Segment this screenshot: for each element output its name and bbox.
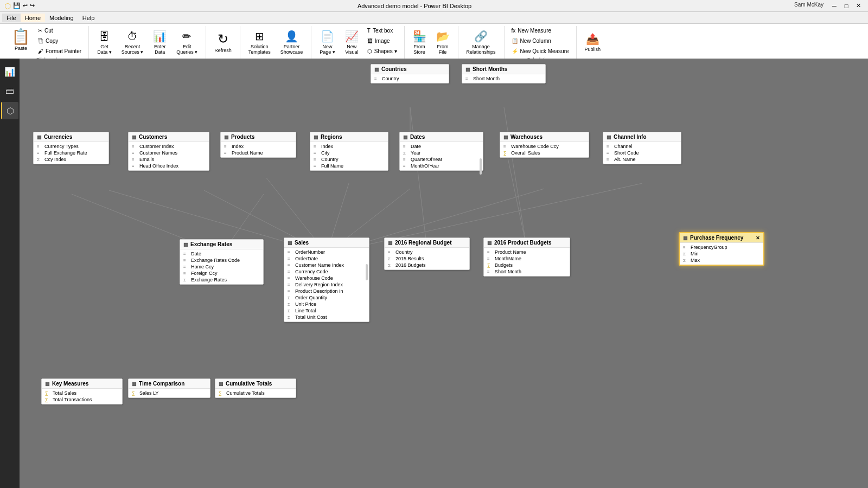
model-view-icon[interactable]: ⬡ <box>1 102 18 119</box>
table-field[interactable]: ≡MonthOfYear <box>400 163 483 169</box>
table-field[interactable]: ≡OrderDate <box>284 255 369 262</box>
table-card-key-measures[interactable]: ▦Key Measures∑Total Sales∑Total Transact… <box>41 378 123 404</box>
table-field[interactable]: ≡Country <box>385 249 469 255</box>
scrollbar[interactable] <box>480 158 482 175</box>
cut-button[interactable]: ✂Cut <box>35 26 84 35</box>
table-field[interactable]: ≡Product Description In <box>284 288 369 294</box>
table-field[interactable]: ≡Warehouse Code <box>284 275 369 281</box>
table-field[interactable]: ≡Home Ccy <box>180 264 263 270</box>
get-data-button[interactable]: 🗄 GetData ▾ <box>93 26 116 59</box>
data-view-icon[interactable]: 🗃 <box>1 82 18 100</box>
from-store-button[interactable]: 🏪 FromStore <box>409 26 430 59</box>
scrollbar[interactable] <box>366 264 368 280</box>
table-card-currencies[interactable]: ▦Currencies≡Currency Types≡Full Exchange… <box>33 132 109 164</box>
table-field[interactable]: ≡Index <box>310 143 388 150</box>
table-field[interactable]: ≡Date <box>400 143 483 150</box>
table-field[interactable]: ≡Product Name <box>221 150 296 156</box>
publish-button[interactable]: 📤 Publish <box>581 26 605 59</box>
new-column-button[interactable]: 📋New Column <box>509 36 572 46</box>
paste-button[interactable]: 📋 Paste <box>9 26 33 53</box>
table-field[interactable]: ∑Sales LY <box>129 390 210 396</box>
table-field[interactable]: ≡Warehouse Code Ccy <box>500 143 589 150</box>
menu-modeling[interactable]: Modeling <box>45 14 78 22</box>
table-field[interactable]: ≡Channel <box>603 143 681 150</box>
menu-home[interactable]: Home <box>21 14 45 22</box>
table-card-time-comparison[interactable]: ▦Time Comparison∑Sales LY <box>128 378 210 398</box>
manage-relationships-button[interactable]: 🔗 ManageRelationships <box>463 26 500 59</box>
close-button[interactable]: ✕ <box>853 2 864 10</box>
table-field[interactable]: ≡Foreign Ccy <box>180 270 263 277</box>
edit-queries-button[interactable]: ✏ EditQueries ▾ <box>173 26 201 59</box>
table-field[interactable]: ΣOrder Quantity <box>284 294 369 301</box>
partner-showcase-button[interactable]: 👤 PartnerShowcase <box>277 26 307 59</box>
table-field[interactable]: ≡Full Exchange Rate <box>34 150 108 156</box>
table-field[interactable]: ΣCcy Index <box>34 156 108 163</box>
table-field[interactable]: ≡Customer Names <box>129 150 209 156</box>
new-page-button[interactable]: 📄 NewPage ▾ <box>316 26 339 59</box>
new-quick-measure-button[interactable]: ⚡New Quick Measure <box>509 47 572 56</box>
table-card-2016-regional-budget[interactable]: ▦2016 Regional Budget≡CountryΣ2015 Resul… <box>384 237 470 270</box>
table-field[interactable]: ≡FrequencyGroup <box>680 244 763 251</box>
table-field[interactable]: ∑Overall Sales <box>500 150 589 156</box>
quick-access-undo[interactable]: ↩ <box>23 2 28 9</box>
table-field[interactable]: ∑Total Transactions <box>42 396 122 403</box>
table-card-regions[interactable]: ▦Regions≡Index≡City≡Country≡Full Name <box>310 132 388 171</box>
table-field[interactable]: ΣLine Total <box>284 307 369 314</box>
table-field[interactable]: ≡Short Code <box>603 150 681 156</box>
table-card-products[interactable]: ▦Products≡Index≡Product Name <box>220 132 296 158</box>
table-card-customers[interactable]: ▦Customers≡Customer Index≡Customer Names… <box>128 132 209 171</box>
table-field[interactable]: ≡Currency Types <box>34 143 108 150</box>
table-field[interactable]: ≡Country <box>310 156 388 163</box>
table-field[interactable]: ≡Currency Code <box>284 268 369 275</box>
table-field[interactable]: ≡City <box>310 150 388 156</box>
minimize-button[interactable]: ─ <box>829 2 840 10</box>
menu-help[interactable]: Help <box>78 14 99 22</box>
table-field[interactable]: ≡Head Office Index <box>129 163 209 169</box>
table-card-2016-product-budgets[interactable]: ▦2016 Product Budgets≡Product Name≡Month… <box>483 237 570 277</box>
new-measure-button[interactable]: fxNew Measure <box>509 26 572 35</box>
table-card-channel-info[interactable]: ▦Channel Info≡Channel≡Short Code≡Alt. Na… <box>603 132 681 164</box>
table-field[interactable]: ≡Country <box>371 75 449 82</box>
table-field[interactable]: ΣExchange Rates <box>180 277 263 283</box>
solution-templates-button[interactable]: ⊞ SolutionTemplates <box>245 26 275 59</box>
table-field[interactable]: Σ2015 Results <box>385 255 469 262</box>
table-card-dates[interactable]: ▦Dates≡DateΣYear≡QuarterOfYear≡MonthOfYe… <box>399 132 483 171</box>
recent-sources-button[interactable]: ⏱ RecentSources ▾ <box>118 26 148 59</box>
table-field[interactable]: ∑Cumulative Totals <box>215 390 296 396</box>
new-visual-button[interactable]: 📈 NewVisual <box>341 26 362 59</box>
table-field[interactable]: ≡Customer Index <box>129 143 209 150</box>
table-card-warehouses[interactable]: ▦Warehouses≡Warehouse Code Ccy∑Overall S… <box>500 132 589 158</box>
table-field[interactable]: ≡Exchange Rates Code <box>180 257 263 264</box>
menu-file[interactable]: File <box>2 14 21 22</box>
report-view-icon[interactable]: 📊 <box>1 63 18 80</box>
table-field[interactable]: ≡Index <box>221 143 296 150</box>
table-field[interactable]: ≡OrderNumber <box>284 249 369 255</box>
table-field[interactable]: ≡Alt. Name <box>603 156 681 163</box>
image-button[interactable]: 🖼Image <box>365 36 400 46</box>
table-field[interactable]: ∑Budgets <box>484 262 570 268</box>
table-field[interactable]: ≡Full Name <box>310 163 388 169</box>
table-close-button[interactable]: ✕ <box>756 235 760 241</box>
table-card-sales[interactable]: ▦Sales≡OrderNumber≡OrderDate≡Customer Na… <box>284 237 369 322</box>
maximize-button[interactable]: □ <box>841 2 852 10</box>
table-field[interactable]: ≡Date <box>180 251 263 257</box>
table-field[interactable]: ≡Short Month <box>462 75 545 82</box>
format-painter-button[interactable]: 🖌Format Painter <box>35 47 84 56</box>
table-field[interactable]: ≡Delivery Region Index <box>284 281 369 288</box>
table-field[interactable]: ΣMax <box>680 257 763 264</box>
copy-button[interactable]: ⿻Copy <box>35 36 84 46</box>
table-field[interactable]: ≡QuarterOfYear <box>400 156 483 163</box>
table-field[interactable]: ΣTotal Unit Cost <box>284 314 369 320</box>
quick-access-save[interactable]: 💾 <box>13 2 21 9</box>
from-file-button[interactable]: 📂 FromFile <box>432 26 454 59</box>
table-card-short-months[interactable]: ▦Short Months≡Short Month <box>462 64 546 84</box>
table-card-cumulative-totals[interactable]: ▦Cumulative Totals∑Cumulative Totals <box>215 378 296 398</box>
text-box-button[interactable]: TText box <box>365 26 400 35</box>
table-field[interactable]: ΣMin <box>680 251 763 257</box>
table-card-exchange-rates[interactable]: ▦Exchange Rates≡Date≡Exchange Rates Code… <box>180 239 264 285</box>
table-field[interactable]: ≡Emails <box>129 156 209 163</box>
table-field[interactable]: ≡Short Month <box>484 268 570 275</box>
table-field[interactable]: ∑Total Sales <box>42 390 122 396</box>
shapes-button[interactable]: ⬡Shapes ▾ <box>365 47 400 56</box>
table-field[interactable]: ≡Product Name <box>484 249 570 255</box>
